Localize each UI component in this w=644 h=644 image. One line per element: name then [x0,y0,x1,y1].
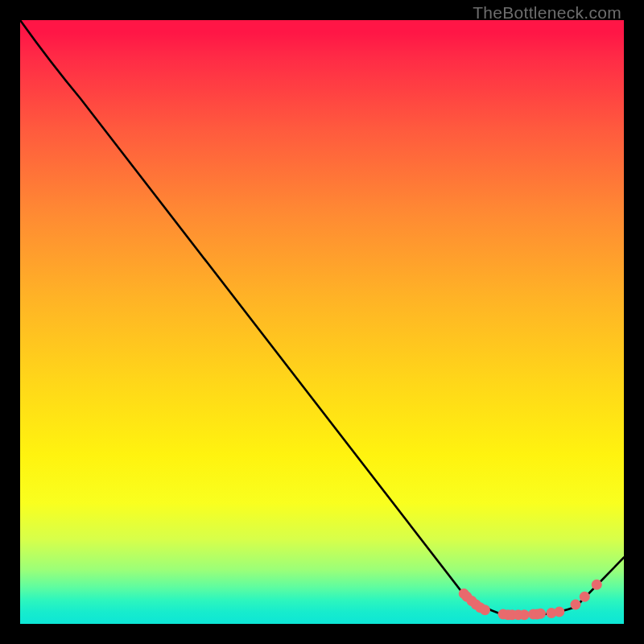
chart-marker [480,605,490,615]
chart-marker [519,609,530,620]
chart-marker [571,600,581,610]
chart-marker [592,580,602,590]
chart-marker [580,592,590,602]
chart-marker [535,609,546,619]
chart-svg [20,20,624,624]
chart-line [20,20,624,616]
chart-frame [20,20,624,624]
chart-marker [554,607,564,617]
chart-markers [459,580,602,621]
watermark-text: TheBottleneck.com [473,3,621,23]
